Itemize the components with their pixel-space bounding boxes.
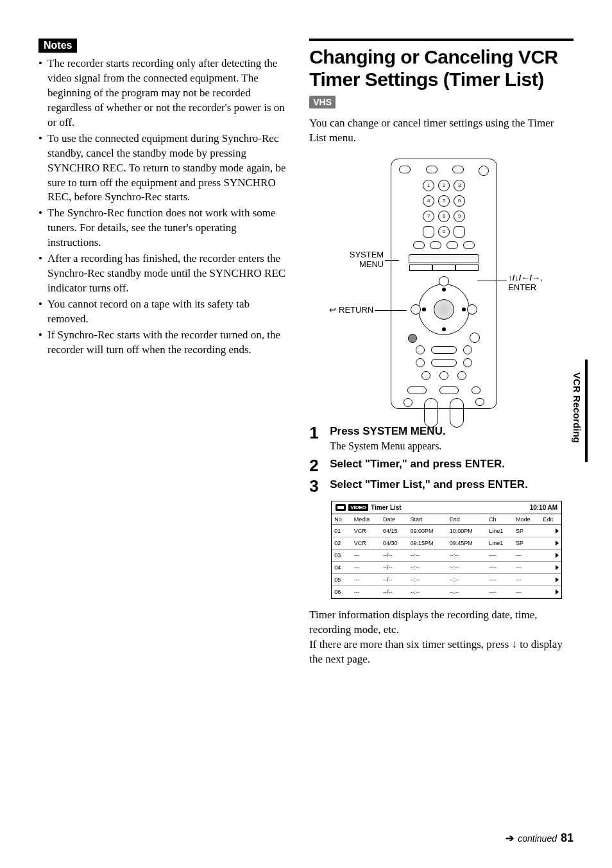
table-cell: --:-- — [408, 549, 447, 561]
table-cell: --- — [513, 561, 540, 573]
step: 3 Select "Timer List," and press ENTER. — [309, 478, 574, 494]
timer-list-title: Timer List — [371, 504, 402, 511]
edit-cell — [540, 549, 561, 561]
table-cell: --:-- — [408, 561, 447, 573]
step-heading: Select "Timer," and press ENTER. — [330, 457, 574, 471]
steps-list: 1 Press SYSTEM MENU. The System Menu app… — [309, 424, 574, 494]
page-number: 81 — [561, 831, 574, 845]
table-cell: 03 — [332, 549, 352, 561]
table-cell: VCR — [352, 525, 380, 537]
table-cell: SP — [513, 525, 540, 537]
notes-list: The recorder starts recording only after… — [38, 56, 290, 358]
side-tab-bar — [585, 360, 588, 462]
tape-icon — [336, 504, 346, 511]
callout-line — [477, 281, 507, 281]
table-cell: 06 — [332, 586, 352, 598]
continued-arrow-icon: ➔ — [506, 832, 514, 844]
table-row: 01VCR04/1509:00PM10:00PMLine1SP — [332, 525, 561, 537]
chevron-right-icon — [556, 528, 559, 534]
remote-number-button: 1 — [423, 180, 434, 191]
table-cell: 04 — [332, 561, 352, 573]
page-footer: ➔ continued 81 — [506, 831, 574, 845]
remote-number-button: 5 — [438, 195, 450, 207]
remote-number-button: 0 — [438, 226, 450, 238]
remote-small-button — [472, 386, 480, 394]
return-arrow-icon: ↩ — [329, 305, 336, 315]
chevron-right-icon — [556, 589, 559, 595]
edit-cell — [540, 537, 561, 549]
remote-small-button — [404, 398, 412, 407]
table-cell: ---- — [486, 573, 513, 586]
edit-cell — [540, 586, 561, 598]
vhs-badge: VHS — [309, 96, 336, 108]
table-cell: --- — [513, 573, 540, 586]
remote-number-button: 6 — [454, 195, 465, 207]
timer-list-clock: 10:10 AM — [530, 504, 558, 511]
enter-button — [434, 299, 454, 320]
table-row: 06-----/----:----:--------- — [332, 586, 561, 598]
remote-tab-button — [455, 265, 479, 271]
col-date: Date — [380, 514, 407, 525]
return-button — [408, 334, 417, 343]
table-row: 03-----/----:----:--------- — [332, 549, 561, 561]
remote-top-button — [426, 166, 438, 173]
video-badge: VIDEO — [348, 504, 368, 511]
table-cell: --:-- — [447, 573, 486, 586]
notes-column: Notes The recorder starts recording only… — [38, 39, 290, 667]
table-cell: 02 — [332, 537, 352, 549]
table-cell: --:-- — [447, 561, 486, 573]
table-header-row: No. Media Date Start End Ch Mode Edit — [332, 514, 561, 525]
table-cell: --/-- — [380, 586, 407, 598]
down-arrow-icon: ↓ — [512, 638, 518, 650]
table-row: 02VCR04/3009:15PM09:45PMLine1SP — [332, 537, 561, 549]
step-heading: Select "Timer List," and press ENTER. — [330, 478, 574, 492]
table-cell: --- — [352, 586, 380, 598]
table-cell: Line1 — [486, 525, 513, 537]
note-item: If Synchro-Rec starts with the recorder … — [38, 328, 290, 358]
col-edit: Edit — [540, 514, 561, 525]
note-item: You cannot record on a tape with its saf… — [38, 297, 290, 327]
after-table-text-2a: If there are more than six timer setting… — [309, 638, 511, 650]
remote-number-button: 4 — [423, 195, 434, 207]
remote-small-button — [446, 241, 458, 249]
dpad-corner-button — [470, 333, 480, 343]
arrow-icons: ↑/↓/←/→ — [508, 273, 540, 282]
after-table-text-1: Timer information displays the recording… — [309, 608, 574, 638]
table-cell: --:-- — [408, 586, 447, 598]
note-item: To use the connected equipment during Sy… — [38, 132, 290, 205]
chevron-right-icon — [556, 553, 559, 558]
remote-number-button: 8 — [438, 211, 450, 222]
table-row: 05-----/----:----:--------- — [332, 573, 561, 586]
remote-top-button — [399, 166, 411, 173]
remote-small-button — [416, 345, 425, 354]
remote-number-button: 3 — [454, 180, 465, 191]
col-mode: Mode — [513, 514, 540, 525]
table-row: 04-----/----:----:--------- — [332, 561, 561, 573]
table-cell: --- — [352, 549, 380, 561]
step-number: 3 — [309, 478, 323, 494]
remote-small-button — [430, 241, 441, 249]
table-cell: 05 — [332, 573, 352, 586]
dpad-side-button — [439, 276, 449, 286]
edit-cell — [540, 525, 561, 537]
table-cell: --/-- — [380, 549, 407, 561]
remote-outline: 1 2 3 4 5 6 7 8 9 0 — [391, 159, 497, 409]
remote-tab-button — [409, 265, 432, 271]
continued-label: continued — [518, 833, 557, 844]
section-rule — [309, 39, 574, 41]
table-cell: Line1 — [486, 537, 513, 549]
remote-small-button — [463, 241, 475, 249]
remote-tab-button — [432, 265, 455, 271]
remote-small-button — [407, 386, 427, 394]
remote-small-button — [457, 371, 466, 380]
table-cell: 09:45PM — [447, 537, 486, 549]
callout-return: ↩ RETURN — [316, 305, 373, 315]
col-end: End — [447, 514, 486, 525]
table-cell: ---- — [486, 586, 513, 598]
remote-number-button — [423, 226, 434, 238]
step-description: The System Menu appears. — [330, 440, 574, 453]
table-cell: --- — [513, 586, 540, 598]
main-column: Changing or Canceling VCR Timer Settings… — [309, 39, 574, 667]
remote-small-button — [421, 371, 430, 380]
section-intro: You can change or cancel timer settings … — [309, 116, 574, 146]
